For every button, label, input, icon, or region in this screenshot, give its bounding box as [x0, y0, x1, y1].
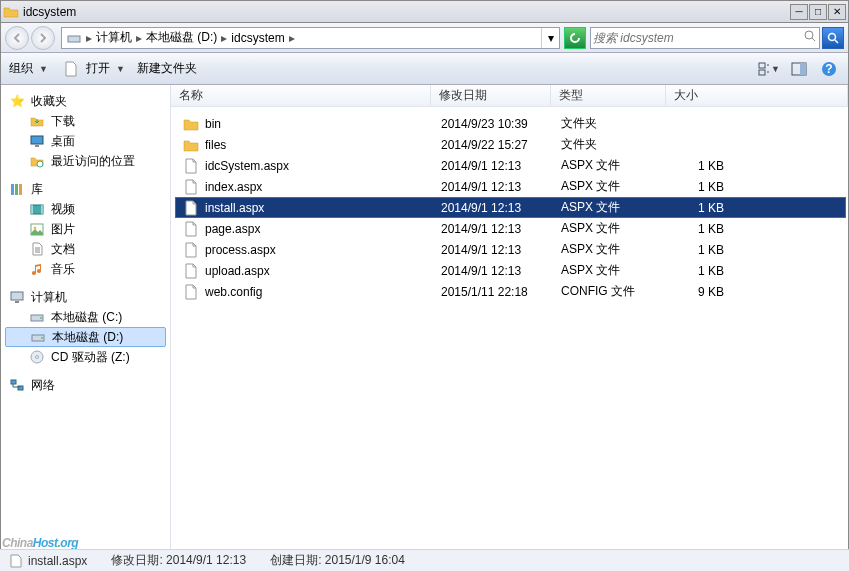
file-list[interactable]: bin2014/9/23 10:39文件夹files2014/9/22 15:2… [171, 107, 848, 571]
file-name: process.aspx [205, 243, 276, 257]
column-headers: 名称 修改日期 类型 大小 [171, 85, 848, 107]
file-type: ASPX 文件 [555, 157, 670, 174]
file-icon [183, 179, 199, 195]
sidebar-item-desktop[interactable]: 桌面 [3, 131, 168, 151]
svg-point-1 [805, 31, 813, 39]
search-box[interactable] [590, 27, 820, 49]
sidebar-item-music[interactable]: 音乐 [3, 259, 168, 279]
sidebar-libraries[interactable]: 库 [3, 179, 168, 199]
svg-rect-13 [15, 184, 18, 195]
address-bar[interactable]: ▸ 计算机 ▸ 本地磁盘 (D:) ▸ idcsystem ▸ ▾ [61, 27, 560, 49]
file-row[interactable]: index.aspx2014/9/1 12:13ASPX 文件1 KB [175, 176, 846, 197]
crumb-computer[interactable]: 计算机 [96, 29, 132, 46]
sidebar-item-drive-c[interactable]: 本地磁盘 (C:) [3, 307, 168, 327]
svg-point-11 [37, 161, 43, 167]
file-name: install.aspx [205, 201, 264, 215]
sidebar-favorites[interactable]: ⭐收藏夹 [3, 91, 168, 111]
back-button[interactable] [5, 26, 29, 50]
sidebar-item-drive-d[interactable]: 本地磁盘 (D:) [5, 327, 166, 347]
search-input[interactable] [593, 31, 803, 45]
svg-point-25 [36, 356, 39, 359]
file-date: 2014/9/1 12:13 [435, 180, 555, 194]
minimize-button[interactable]: ─ [790, 4, 808, 20]
chevron-down-icon: ▼ [116, 64, 125, 74]
maximize-button[interactable]: □ [809, 4, 827, 20]
file-icon [183, 200, 199, 216]
titlebar: idcsystem ─ □ ✕ [1, 1, 848, 23]
file-row[interactable]: web.config2015/1/11 22:18CONFIG 文件9 KB [175, 281, 846, 302]
sidebar-network[interactable]: 网络 [3, 375, 168, 395]
sidebar-item-recent[interactable]: 最近访问的位置 [3, 151, 168, 171]
sidebar-computer[interactable]: 计算机 [3, 287, 168, 307]
file-row[interactable]: idcSystem.aspx2014/9/1 12:13ASPX 文件1 KB [175, 155, 846, 176]
cd-icon [29, 349, 45, 365]
new-folder-button[interactable]: 新建文件夹 [137, 60, 197, 77]
file-row[interactable]: upload.aspx2014/9/1 12:13ASPX 文件1 KB [175, 260, 846, 281]
file-name: idcSystem.aspx [205, 159, 289, 173]
file-icon [183, 284, 199, 300]
help-button[interactable]: ? [818, 58, 840, 80]
file-name: files [205, 138, 226, 152]
svg-rect-9 [31, 136, 43, 144]
svg-rect-3 [759, 63, 765, 68]
file-icon [183, 221, 199, 237]
file-row[interactable]: page.aspx2014/9/1 12:13ASPX 文件1 KB [175, 218, 846, 239]
crumb-drive[interactable]: 本地磁盘 (D:) [146, 29, 217, 46]
forward-button[interactable] [31, 26, 55, 50]
drive-icon [66, 30, 82, 46]
svg-point-21 [40, 317, 42, 319]
file-row[interactable]: install.aspx2014/9/1 12:13ASPX 文件1 KB [175, 197, 846, 218]
svg-rect-18 [11, 292, 23, 300]
file-date: 2014/9/1 12:13 [435, 201, 555, 215]
search-icon [803, 29, 817, 46]
file-name: index.aspx [205, 180, 262, 194]
file-size: 1 KB [670, 264, 730, 278]
col-name[interactable]: 名称 [171, 85, 431, 106]
file-date: 2014/9/1 12:13 [435, 159, 555, 173]
file-icon [60, 58, 82, 80]
svg-rect-26 [11, 380, 16, 384]
file-row[interactable]: bin2014/9/23 10:39文件夹 [175, 113, 846, 134]
col-type[interactable]: 类型 [551, 85, 666, 106]
sidebar-item-videos[interactable]: 视频 [3, 199, 168, 219]
col-date[interactable]: 修改日期 [431, 85, 551, 106]
sidebar-item-cd-drive[interactable]: CD 驱动器 (Z:) [3, 347, 168, 367]
picture-icon [29, 221, 45, 237]
svg-text:?: ? [825, 62, 832, 76]
file-size: 1 KB [670, 243, 730, 257]
file-type: ASPX 文件 [555, 199, 670, 216]
drive-icon [29, 309, 45, 325]
col-size[interactable]: 大小 [666, 85, 848, 106]
file-name: web.config [205, 285, 262, 299]
preview-pane-button[interactable] [788, 58, 810, 80]
network-icon [9, 377, 25, 393]
file-icon [183, 242, 199, 258]
file-row[interactable]: process.aspx2014/9/1 12:13ASPX 文件1 KB [175, 239, 846, 260]
sidebar-item-documents[interactable]: 文档 [3, 239, 168, 259]
organize-button[interactable]: 组织▼ [9, 60, 48, 77]
file-name: bin [205, 117, 221, 131]
view-button[interactable]: ▼ [758, 58, 780, 80]
sidebar-item-downloads[interactable]: 下载 [3, 111, 168, 131]
crumb-folder[interactable]: idcsystem [231, 31, 284, 45]
open-button[interactable]: 打开▼ [60, 58, 125, 80]
close-button[interactable]: ✕ [828, 4, 846, 20]
music-icon [29, 261, 45, 277]
sidebar-item-pictures[interactable]: 图片 [3, 219, 168, 239]
search-go-button[interactable] [822, 27, 844, 49]
file-name: upload.aspx [205, 264, 270, 278]
file-size: 1 KB [670, 159, 730, 173]
file-type: CONFIG 文件 [555, 283, 670, 300]
file-size: 1 KB [670, 201, 730, 215]
status-filename: install.aspx [28, 554, 87, 568]
file-size: 9 KB [670, 285, 730, 299]
file-row[interactable]: files2014/9/22 15:27文件夹 [175, 134, 846, 155]
file-date: 2014/9/23 10:39 [435, 117, 555, 131]
chevron-down-icon: ▼ [39, 64, 48, 74]
address-dropdown[interactable]: ▾ [541, 28, 559, 48]
refresh-button[interactable] [564, 27, 586, 49]
toolbar: 组织▼ 打开▼ 新建文件夹 ▼ ? [1, 53, 848, 85]
folder-icon [3, 4, 19, 20]
file-date: 2014/9/1 12:13 [435, 222, 555, 236]
file-name: page.aspx [205, 222, 260, 236]
